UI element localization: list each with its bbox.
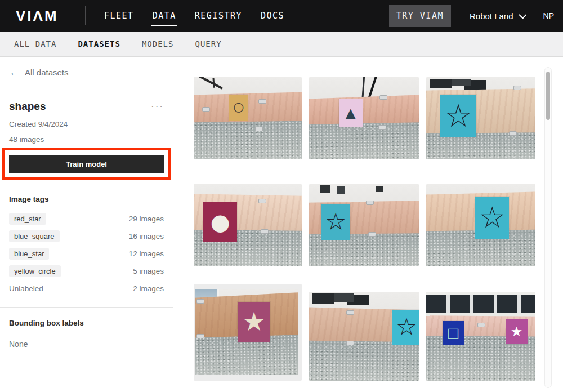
viam-logo-text: VIΛM <box>16 7 59 25</box>
shape-glyph: ● <box>211 211 230 233</box>
shape-glyph: ☆ <box>325 211 347 233</box>
metal-bracket <box>513 86 521 90</box>
photo: ☆ <box>309 184 419 266</box>
secondary-nav: ALL DATADATASETSMODELSQUERY <box>0 32 563 57</box>
nav-docs[interactable]: DOCS <box>261 11 284 21</box>
metal-bracket <box>346 341 354 345</box>
carpet-floor <box>309 122 419 159</box>
nav-data[interactable]: DATA <box>153 11 176 21</box>
image-thumbnail-blue-square-and-magenta-star[interactable]: □★ <box>426 292 535 381</box>
tag-pill-blue_square[interactable]: blue_square <box>9 230 60 242</box>
annotation-highlight-box: Train model <box>2 148 171 180</box>
org-switcher[interactable]: Robot Land <box>470 11 525 21</box>
tag-row: yellow_circle5 images <box>9 265 164 277</box>
org-name: Robot Land <box>470 11 513 21</box>
dataset-title-row: shapes ··· <box>9 100 164 113</box>
background-blocks-decoration <box>430 79 452 89</box>
shape-card: ☆ <box>392 310 419 345</box>
background-marks-decoration <box>320 185 330 193</box>
image-thumbnail-teal-card-star-small[interactable]: ☆ <box>309 184 419 266</box>
image-tags-header: Image tags <box>9 195 164 203</box>
carpet-floor <box>194 121 302 159</box>
sidebar-divider <box>0 307 173 308</box>
metal-bracket <box>368 232 376 237</box>
metal-bracket <box>509 131 517 136</box>
tag-pill-red_star[interactable]: red_star <box>9 213 46 225</box>
top-nav-right: TRY VIAM Robot Land NP <box>389 5 563 27</box>
image-thumbnail-tan-card-circle[interactable]: ○ <box>194 77 302 159</box>
back-arrow-icon: ← <box>10 68 19 77</box>
shape-glyph: ★ <box>242 310 265 335</box>
metal-bracket <box>366 201 374 205</box>
back-label: All datasets <box>25 68 69 77</box>
top-nav: VIΛM FLEETDATAREGISTRYDOCS TRY VIAM Robo… <box>0 0 563 32</box>
more-options-icon[interactable]: ··· <box>151 105 164 109</box>
metal-bracket <box>196 299 204 304</box>
try-viam-button[interactable]: TRY VIAM <box>389 5 451 27</box>
bounding-box-labels-value: None <box>9 340 164 349</box>
chevron-down-icon <box>519 11 526 19</box>
tag-count: 2 images <box>133 284 164 293</box>
tag-row: Unlabeled2 images <box>9 282 164 295</box>
image-gallery-grid: ○▲☆●☆☆★☆□★ <box>173 57 563 392</box>
shape-card: □ <box>443 321 464 345</box>
tag-pill-yellow_circle[interactable]: yellow_circle <box>9 265 61 277</box>
metal-bracket <box>255 127 263 131</box>
gallery-scrollbar-thumb[interactable] <box>546 72 550 120</box>
image-thumbnail-teal-card-star-left[interactable]: ☆ <box>426 77 535 159</box>
shape-card: ● <box>203 202 237 242</box>
tag-row: blue_star12 images <box>9 247 164 260</box>
tag-pill-blue_star[interactable]: blue_star <box>9 248 49 260</box>
image-thumbnail-maroon-card-circle[interactable]: ● <box>194 184 302 266</box>
photo: ★ <box>195 289 298 375</box>
image-thumbnail-magenta-card-star[interactable]: ★ <box>194 284 302 381</box>
train-model-button[interactable]: Train model <box>9 155 164 173</box>
image-thumbnail-teal-card-star-center[interactable]: ☆ <box>426 184 535 266</box>
tag-row: red_star29 images <box>9 212 164 225</box>
metal-bracket <box>477 323 485 327</box>
shape-glyph: ☆ <box>479 204 506 231</box>
shape-glyph: ▲ <box>345 107 355 120</box>
tab-models[interactable]: MODELS <box>142 39 174 48</box>
primary-nav: FLEETDATAREGISTRYDOCS <box>104 11 284 21</box>
background-cable-decoration <box>198 77 223 90</box>
background-blocks-decoration <box>312 293 334 304</box>
shape-glyph: ☆ <box>444 101 472 131</box>
metal-bracket <box>258 99 266 104</box>
photo: □★ <box>426 292 535 381</box>
viam-logo[interactable]: VIΛM <box>0 0 86 32</box>
photo: ☆ <box>426 77 535 159</box>
shape-card: ☆ <box>475 197 509 239</box>
metal-bracket <box>346 310 354 315</box>
shape-glyph: ○ <box>233 101 244 113</box>
shape-card: ★ <box>506 319 528 344</box>
nav-fleet[interactable]: FLEET <box>104 11 134 21</box>
dataset-sidebar: ← All datasets shapes ··· Created 9/4/20… <box>0 57 173 392</box>
shape-card: ☆ <box>321 204 350 240</box>
dataset-title: shapes <box>9 100 46 113</box>
image-thumbnail-teal-card-star-right[interactable]: ☆ <box>309 292 419 381</box>
shape-card: ○ <box>229 95 248 121</box>
tab-datasets[interactable]: DATASETS <box>78 39 120 48</box>
shape-glyph: □ <box>447 327 460 340</box>
tab-query[interactable]: QUERY <box>195 39 221 48</box>
image-thumbnail-pink-card-triangle[interactable]: ▲ <box>309 77 419 159</box>
tag-count: 29 images <box>129 215 164 223</box>
photo: ● <box>194 184 302 266</box>
gallery-scrollbar-track[interactable] <box>544 67 552 388</box>
sidebar-divider <box>0 185 173 185</box>
tag-row: blue_square16 images <box>9 230 164 242</box>
nav-registry[interactable]: REGISTRY <box>195 11 242 21</box>
photo: ☆ <box>426 184 535 266</box>
metal-bracket <box>196 334 204 338</box>
user-avatar[interactable]: NP <box>543 11 554 20</box>
metal-bracket <box>378 125 386 130</box>
background-winband-decoration <box>426 292 535 316</box>
tag-count: 16 images <box>129 232 164 240</box>
photo: ○ <box>194 77 302 159</box>
back-to-datasets-link[interactable]: ← All datasets <box>0 57 173 87</box>
tag-list: red_star29 imagesblue_square16 imagesblu… <box>0 212 173 295</box>
tab-all-data[interactable]: ALL DATA <box>14 39 56 48</box>
carpet-floor <box>309 341 419 381</box>
photo: ☆ <box>309 292 419 381</box>
